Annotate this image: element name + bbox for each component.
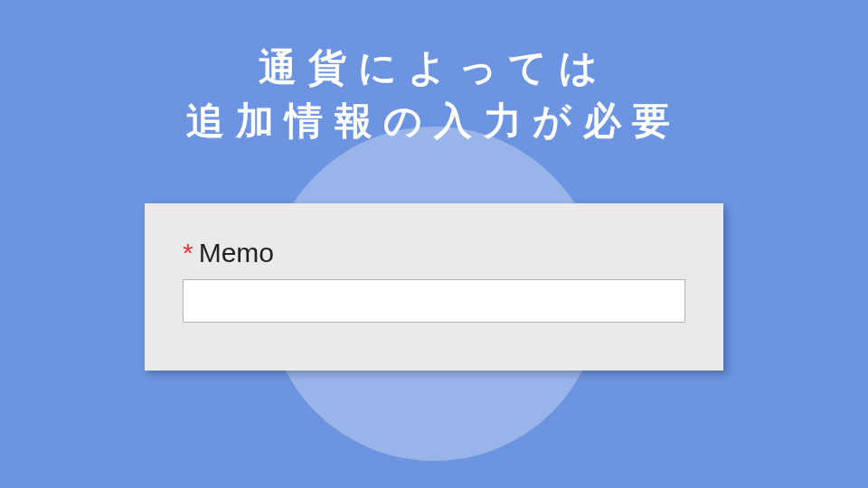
heading-line-2: 追加情報の入力が必要 xyxy=(186,99,682,142)
memo-label-text: Memo xyxy=(199,238,274,267)
page-heading: 通貨によっては 追加情報の入力が必要 xyxy=(0,0,868,148)
memo-input[interactable] xyxy=(183,279,685,323)
required-asterisk: * xyxy=(183,238,193,267)
memo-form-card: *Memo xyxy=(145,203,723,371)
memo-field-label: *Memo xyxy=(183,238,685,268)
heading-line-1: 通貨によっては xyxy=(259,46,609,89)
